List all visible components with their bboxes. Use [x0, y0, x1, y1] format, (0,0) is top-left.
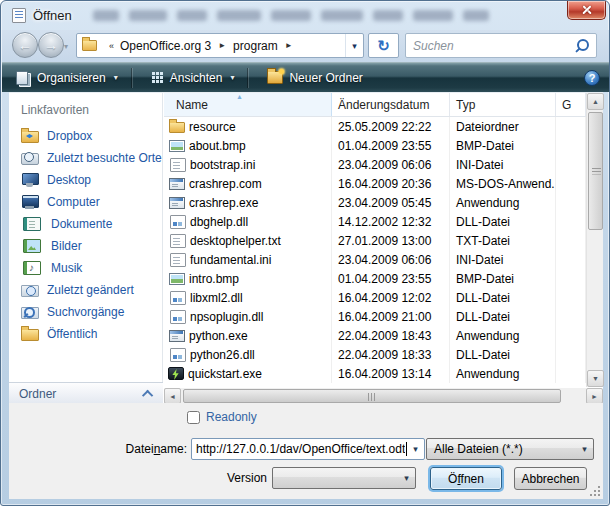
- address-dropdown[interactable]: ▾: [345, 34, 363, 57]
- readonly-checkbox[interactable]: [187, 411, 200, 424]
- search-box[interactable]: [405, 33, 597, 58]
- sidebar-item-public[interactable]: Öffentlich: [9, 323, 162, 345]
- scroll-up-button[interactable]: ▲: [587, 93, 604, 110]
- views-button[interactable]: Ansichten ▾: [141, 66, 245, 90]
- sidebar-item-recent-places[interactable]: Zuletzt besuchte Orte: [9, 147, 162, 169]
- forward-button[interactable]: →: [38, 32, 64, 58]
- favorites-header: Linkfavoriten: [9, 93, 162, 125]
- file-row[interactable]: fundamental.ini 23.04.2009 06:06 INI-Dat…: [164, 250, 586, 269]
- background-menu-blur: [271, 10, 311, 21]
- column-header-row: ▲ Name Änderungsdatum Typ G: [164, 93, 586, 117]
- scroll-left-button[interactable]: ◄: [164, 388, 181, 404]
- filename-input[interactable]: http://127.0.0.1/dav/OpenOffice/text.odt: [192, 442, 405, 456]
- horizontal-scroll-thumb[interactable]: [183, 389, 561, 403]
- close-button[interactable]: [567, 1, 606, 20]
- breadcrumb[interactable]: « OpenOffice.org 3 ► program ► ▾: [76, 33, 364, 58]
- chevron-right-icon[interactable]: ►: [285, 41, 293, 50]
- file-row[interactable]: resource 25.05.2009 22:22 Dateiordner: [164, 117, 586, 136]
- sidebar-item-dropbox[interactable]: Dropbox: [9, 125, 162, 147]
- scroll-right-button[interactable]: ►: [586, 388, 603, 404]
- sidebar-item-documents[interactable]: Dokumente: [9, 213, 162, 235]
- forward-arrow-icon: →: [39, 33, 63, 57]
- chevron-down-icon: ▾: [230, 73, 234, 82]
- title-bar[interactable]: Öffnen: [1, 1, 610, 30]
- file-row[interactable]: python.exe 22.04.2009 18:43 Anwendung: [164, 326, 586, 345]
- recent-places-icon: [21, 153, 39, 165]
- search-icon[interactable]: [574, 37, 592, 55]
- new-folder-label: Neuer Ordner: [289, 71, 362, 85]
- column-header-size[interactable]: G: [556, 93, 586, 116]
- vertical-scrollbar[interactable]: ▲ ▼: [586, 93, 603, 387]
- help-button[interactable]: ?: [584, 70, 600, 86]
- msdos-app-icon: [169, 178, 185, 190]
- folders-expander[interactable]: Ordner: [9, 382, 163, 404]
- back-button[interactable]: ←: [12, 32, 38, 58]
- background-menu-blur: [463, 10, 489, 21]
- background-menu-blur: [321, 10, 363, 21]
- views-label: Ansichten: [170, 71, 223, 85]
- column-header-type[interactable]: Typ: [450, 93, 556, 116]
- recently-changed-icon: [21, 285, 39, 297]
- file-row[interactable]: libxml2.dll 16.04.2009 12:02 DLL-Datei: [164, 288, 586, 307]
- file-row[interactable]: bootstrap.ini 23.04.2009 06:06 INI-Datei: [164, 155, 586, 174]
- file-row[interactable]: python26.dll 22.04.2009 18:33 DLL-Datei: [164, 345, 586, 364]
- chevron-up-icon: [142, 389, 153, 400]
- file-row[interactable]: crashrep.com 16.04.2009 20:36 MS-DOS-Anw…: [164, 174, 586, 193]
- filename-dropdown-arrow[interactable]: ▾: [407, 439, 424, 459]
- filetype-dropdown[interactable]: Alle Dateien (*.*) ▾: [426, 438, 594, 460]
- breadcrumb-overflow-chevron[interactable]: «: [109, 41, 114, 51]
- background-menu-blur: [373, 10, 403, 21]
- organize-icon: [16, 71, 31, 85]
- resize-grip[interactable]: [588, 484, 600, 496]
- open-file-dialog: Öffnen ← → ▾ « OpenOffice.org 3 ► progra…: [0, 0, 610, 506]
- sidebar-item-recently-changed[interactable]: Zuletzt geändert: [9, 279, 162, 301]
- background-menu-blur: [413, 10, 453, 21]
- file-row[interactable]: npsoplugin.dll 16.04.2009 21:00 DLL-Date…: [164, 307, 586, 326]
- sidebar-item-pictures[interactable]: Bilder: [9, 235, 162, 257]
- readonly-label[interactable]: Readonly: [206, 410, 257, 424]
- sidebar-item-music[interactable]: Musik: [9, 257, 162, 279]
- version-dropdown[interactable]: ▾: [272, 467, 416, 489]
- column-header-date[interactable]: Änderungsdatum: [332, 93, 450, 116]
- chevron-down-icon: ▾: [114, 73, 118, 82]
- filename-label: Dateiname:: [97, 442, 187, 456]
- version-label: Version: [177, 471, 267, 485]
- column-header-name[interactable]: ▲ Name: [164, 93, 332, 116]
- vertical-scroll-thumb[interactable]: [588, 112, 603, 230]
- scroll-down-button[interactable]: ▼: [587, 370, 604, 387]
- sidebar-item-computer[interactable]: Computer: [9, 191, 162, 213]
- desktop-icon: [21, 173, 39, 188]
- recent-pages-dropdown[interactable]: ▾: [64, 42, 68, 51]
- command-toolbar: Organisieren ▾ Ansichten ▾ Neuer Ordner …: [2, 62, 610, 92]
- file-row[interactable]: quickstart.exe 16.04.2009 13:14 Anwendun…: [164, 364, 586, 383]
- cancel-button[interactable]: Abbrechen: [514, 467, 587, 490]
- refresh-button[interactable]: ↻: [368, 33, 399, 58]
- folder-icon: [169, 122, 185, 133]
- open-button[interactable]: Öffnen: [430, 467, 502, 490]
- breadcrumb-segment[interactable]: OpenOffice.org 3: [120, 39, 211, 53]
- file-row[interactable]: intro.bmp 01.04.2009 23:55 BMP-Datei: [164, 269, 586, 288]
- folders-label: Ordner: [19, 387, 56, 401]
- horizontal-scrollbar[interactable]: ◄ ►: [164, 388, 603, 404]
- bmp-image-icon: [169, 140, 185, 152]
- dll-file-icon: [170, 215, 186, 229]
- new-folder-button[interactable]: Neuer Ordner: [257, 66, 372, 90]
- application-icon: [169, 330, 185, 342]
- file-row[interactable]: crashrep.exe 23.04.2009 05:45 Anwendung: [164, 193, 586, 212]
- filename-combobox[interactable]: http://127.0.0.1/dav/OpenOffice/text.odt…: [191, 438, 425, 460]
- breadcrumb-segment[interactable]: program: [233, 39, 278, 53]
- background-menu-blur: [129, 10, 167, 21]
- chevron-right-icon[interactable]: ►: [218, 41, 226, 50]
- file-row[interactable]: dbghelp.dll 14.12.2002 12:32 DLL-Datei: [164, 212, 586, 231]
- organize-button[interactable]: Organisieren ▾: [6, 66, 128, 90]
- file-row[interactable]: desktophelper.txt 27.01.2009 13:00 TXT-D…: [164, 231, 586, 250]
- background-menu-blur: [177, 10, 207, 21]
- file-list: ▲ Name Änderungsdatum Typ G resource 25.…: [164, 93, 586, 404]
- sidebar-item-desktop[interactable]: Desktop: [9, 169, 162, 191]
- music-icon: [23, 261, 41, 275]
- sidebar-item-searches[interactable]: Suchvorgänge: [9, 301, 162, 323]
- file-row[interactable]: about.bmp 01.04.2009 23:55 BMP-Datei: [164, 136, 586, 155]
- sort-ascending-icon: ▲: [236, 93, 243, 100]
- dll-file-icon: [170, 310, 186, 324]
- search-input[interactable]: [406, 39, 574, 53]
